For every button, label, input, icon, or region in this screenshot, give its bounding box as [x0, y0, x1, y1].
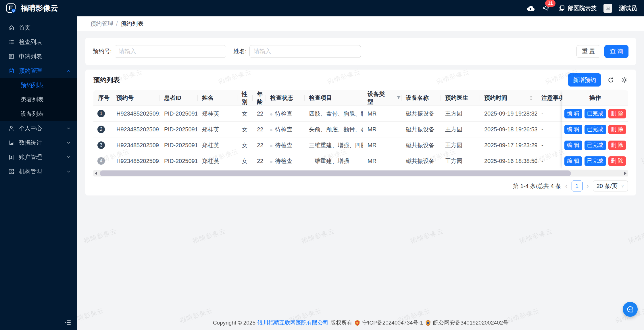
action-delete-button[interactable]: 删 除 — [608, 109, 626, 118]
col-header-label: 姓名 — [202, 94, 214, 102]
filter-icon[interactable] — [396, 95, 401, 100]
cell-gender: 女 — [237, 126, 252, 133]
breadcrumb-separator: / — [116, 20, 118, 27]
query-button[interactable]: 查 询 — [604, 45, 628, 58]
breadcrumb-parent[interactable]: 预约管理 — [90, 20, 113, 28]
sidebar-item-label: 首页 — [19, 24, 71, 32]
action-delete-button[interactable]: 删 除 — [608, 141, 626, 150]
cell-patient-id: PID-20250915-... — [159, 110, 197, 117]
logo[interactable]: 福晴影像云 — [0, 3, 58, 14]
table-row: 1H92348520250915005PID-20250915-...郑桂英女2… — [93, 106, 628, 122]
sidebar-item-request-list[interactable]: 申请列表 — [0, 49, 77, 64]
watermark-text: 福晴影像云 — [82, 227, 118, 245]
action-complete-button[interactable]: 已完成 — [585, 109, 606, 118]
sidebar-item-label: 预约管理 — [19, 67, 66, 75]
status-dot-icon — [270, 161, 272, 163]
org-icon — [8, 168, 15, 175]
action-delete-button[interactable]: 删 除 — [608, 156, 626, 166]
col-header-device-type: 设备类型 — [363, 90, 401, 105]
footer-company-link[interactable]: 银川福晴互联网医院有限公司 — [257, 319, 328, 327]
watermark-text: 福晴影像云 — [627, 227, 644, 245]
next-page-button[interactable]: › — [587, 183, 589, 189]
action-edit-button[interactable]: 编 辑 — [564, 141, 582, 150]
cell-items: 四肢、盆骨、胸腺、胸... — [304, 110, 363, 118]
appointment-no-label: 预约号: — [93, 47, 112, 55]
sidebar-item-appointment-list[interactable]: 预约列表 — [0, 78, 77, 92]
action-edit-button[interactable]: 编 辑 — [564, 156, 582, 166]
col-header-label: 预约号 — [116, 94, 134, 102]
status-text: 待检查 — [275, 158, 292, 164]
sidebar-item-account-management[interactable]: 账户管理 — [0, 150, 77, 164]
chevron-down-icon — [66, 126, 71, 131]
sidebar-subitem-label: 设备列表 — [21, 110, 44, 118]
sidebar-item-data-statistics[interactable]: 数据统计 — [0, 135, 77, 150]
action-edit-button[interactable]: 编 辑 — [564, 109, 582, 118]
action-complete-button[interactable]: 已完成 — [585, 125, 606, 134]
status-dot-icon — [270, 113, 272, 116]
cell-time: 2025-09-19 19:28:32 — [480, 110, 537, 117]
action-complete-button[interactable]: 已完成 — [585, 156, 606, 166]
scrollbar-thumb[interactable] — [100, 170, 571, 176]
footer-rights: 版权所有 — [330, 319, 352, 327]
add-appointment-button[interactable]: 新增预约 — [568, 73, 601, 87]
action-delete-button[interactable]: 删 除 — [608, 125, 626, 134]
row-index-badge: 2 — [97, 126, 105, 133]
card-title: 预约列表 — [93, 76, 568, 85]
sidebar-item-patient-list[interactable]: 患者列表 — [0, 92, 77, 107]
chevron-up-icon — [66, 68, 71, 73]
cell-age: 22 — [252, 110, 266, 117]
username[interactable]: 测试员 — [619, 4, 637, 12]
horizontal-scrollbar[interactable] — [93, 170, 628, 176]
icp-badge-icon — [354, 320, 360, 326]
topbar-actions: 11 部医院云技 测试员 — [526, 3, 644, 13]
sidebar-item-personal-center[interactable]: 个人中心 — [0, 121, 77, 135]
cell-age: 22 — [252, 126, 266, 133]
cell-items: 三维重建、增强、四肢... — [304, 141, 363, 149]
action-complete-button[interactable]: 已完成 — [585, 141, 606, 150]
org-switch-button[interactable]: 部医院云技 — [558, 4, 597, 12]
main-area: 预约管理 / 预约列表 预约号: 姓名: 重 置 查 询 预约列表 新增预约 — [77, 16, 644, 330]
sidebar-item-label: 个人中心 — [19, 124, 66, 132]
cloud-upload-icon[interactable] — [526, 4, 535, 13]
cell-name: 郑桂英 — [197, 141, 237, 149]
sidebar-item-exam-list[interactable]: 检查列表 — [0, 35, 77, 49]
cell-patient-id: PID-20250915-... — [159, 126, 197, 133]
cell-appt-no: H92348520250915004 — [112, 126, 159, 133]
collapse-sidebar-button[interactable] — [64, 319, 72, 326]
fixed-actions-body: 编 辑已完成删 除编 辑已完成删 除编 辑已完成删 除编 辑已完成删 除 — [562, 106, 628, 169]
avatar[interactable] — [603, 4, 612, 13]
sidebar-item-appointment-management[interactable]: 预约管理 — [0, 64, 77, 78]
page-1-button[interactable]: 1 — [572, 181, 583, 191]
sidebar-item-device-list[interactable]: 设备列表 — [0, 107, 77, 121]
pagination-total: 第 1-4 条/总共 4 条 — [513, 182, 561, 190]
name-label: 姓名: — [234, 47, 247, 55]
action-edit-button[interactable]: 编 辑 — [564, 125, 582, 134]
page-size-select[interactable]: 20 条/页 ∨ — [593, 181, 628, 191]
calendar-icon — [8, 68, 15, 74]
prev-page-button[interactable]: ‹ — [565, 183, 568, 189]
cell-items: 头颅、颅底、颧骨、鼻... — [304, 126, 363, 133]
notifications-button[interactable]: 11 — [542, 3, 551, 13]
col-header-status: 检查状态 — [266, 90, 304, 105]
refresh-button[interactable] — [607, 76, 614, 84]
scroll-right-arrow[interactable] — [624, 172, 626, 175]
col-header-label: 序号 — [98, 94, 109, 102]
customer-service-chat-button[interactable] — [623, 302, 638, 317]
scroll-left-arrow[interactable] — [95, 172, 97, 175]
sorter-icon[interactable] — [529, 95, 533, 101]
chevron-down-icon — [66, 140, 71, 145]
col-header-label: 性别 — [242, 90, 252, 106]
cell-status: 待检查 — [266, 126, 304, 133]
appointment-no-input[interactable] — [115, 45, 226, 58]
settings-gear-icon[interactable] — [621, 76, 628, 84]
cell-name: 郑桂英 — [197, 157, 237, 165]
reset-button[interactable]: 重 置 — [576, 45, 601, 58]
watermark-text: 福晴影像云 — [191, 227, 227, 245]
sidebar-item-organization-management[interactable]: 机构管理 — [0, 164, 77, 179]
sidebar-subitem-label: 患者列表 — [21, 96, 44, 103]
table-body: 1H92348520250915005PID-20250915-...郑桂英女2… — [93, 106, 628, 169]
cell-name: 郑桂英 — [197, 126, 237, 133]
table-row: 4H92348520250915002PID-20250915-...郑桂英女2… — [93, 153, 628, 169]
name-input[interactable] — [249, 45, 361, 58]
sidebar-item-home[interactable]: 首页 — [0, 20, 77, 35]
